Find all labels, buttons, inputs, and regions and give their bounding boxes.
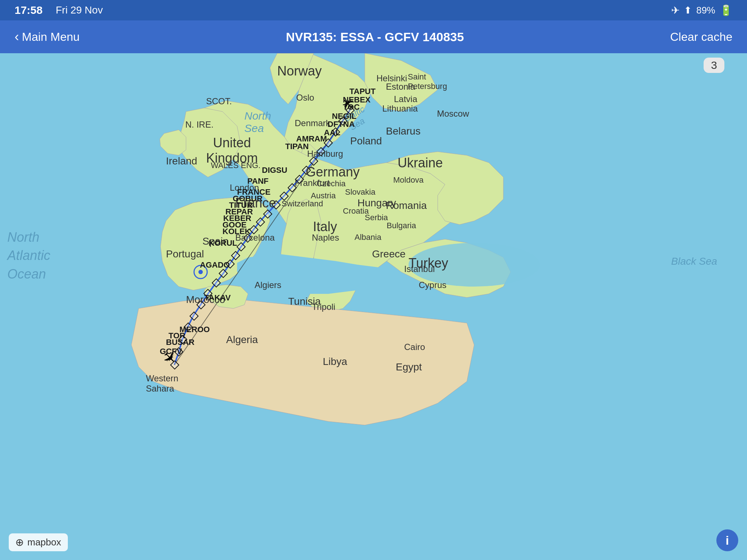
status-icons: ✈ ⬆ 89% 🔋 — [671, 4, 732, 16]
map-svg: ✈ ✈ — [0, 53, 747, 560]
mapbox-logo-icon: ⊕ — [15, 536, 24, 548]
svg-point-33 — [198, 270, 203, 274]
nav-bar: ‹ Main Menu NVR135: ESSA - GCFV 140835 C… — [0, 20, 747, 53]
clear-cache-button[interactable]: Clear cache — [670, 30, 732, 44]
status-time: 17:58 — [15, 4, 43, 16]
info-button[interactable]: i — [716, 529, 738, 551]
location-icon: ⬆ — [684, 5, 692, 16]
mapbox-attribution: ⊕ mapbox — [9, 533, 68, 551]
battery-icon: 🔋 — [720, 4, 732, 16]
back-label: Main Menu — [22, 30, 80, 44]
mapbox-label: mapbox — [27, 537, 61, 548]
airplane-icon: ✈ — [671, 4, 680, 16]
chevron-left-icon: ‹ — [15, 29, 19, 44]
map-view[interactable]: ✈ ✈ NorthAtlanticOcean NorthSea Black Se… — [0, 53, 747, 560]
badge: 3 — [704, 58, 724, 73]
battery-level: 89% — [696, 5, 715, 16]
svg-rect-0 — [0, 53, 747, 560]
status-bar: 17:58 Fri 29 Nov ✈ ⬆ 89% 🔋 — [0, 0, 747, 20]
svg-point-1 — [409, 243, 540, 287]
nav-title: NVR135: ESSA - GCFV 140835 — [286, 30, 464, 44]
info-icon: i — [725, 533, 729, 548]
back-button[interactable]: ‹ Main Menu — [15, 29, 80, 44]
status-date: Fri 29 Nov — [56, 4, 103, 16]
